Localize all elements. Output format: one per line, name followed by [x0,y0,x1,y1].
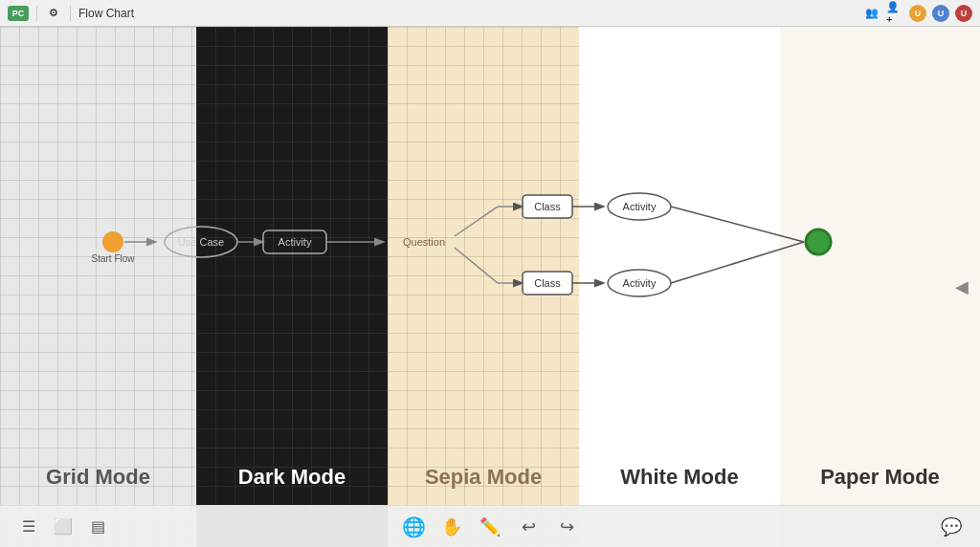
chat-icon[interactable]: 💬 [938,514,965,540]
settings-icon[interactable]: ⚙ [45,5,62,22]
globe-icon[interactable]: 🌐 [400,514,427,540]
toolbar-divider [36,6,37,21]
main-toolbar: PC ⚙ Flow Chart 👥 👤+ U U U [0,0,980,27]
share-icon[interactable]: 👥 [863,5,880,22]
bottom-right-tools: 💬 [938,514,965,540]
dark-mode-label: Dark Mode [238,465,345,490]
hand-icon[interactable]: ✋ [438,514,465,540]
white-mode-label: White Mode [620,465,738,490]
add-user-icon[interactable]: 👤+ [886,5,903,22]
white-mode-section: White Mode [579,27,780,547]
pencil-icon[interactable]: ✏️ [477,514,503,540]
image-icon[interactable]: ⬜ [50,514,77,540]
sepia-mode-label: Sepia Mode [425,465,542,490]
paper-mode-section: Paper Mode [780,27,980,547]
avatar-2[interactable]: U [932,5,949,22]
bottom-toolbar: ☰ ⬜ ▤ 🌐 ✋ ✏️ ↩ ↪ 💬 [0,505,980,547]
grid-mode-section: Grid Mode [0,27,196,547]
list-icon[interactable]: ☰ [15,514,42,540]
main-canvas: Grid Mode Dark Mode Sepia Mode White Mod… [0,27,980,547]
avatar-1[interactable]: U [909,5,926,22]
undo-icon[interactable]: ↩ [515,514,542,540]
right-panel-toggle[interactable]: ◀ [955,276,969,297]
toolbar-divider2 [70,6,71,21]
app-logo[interactable]: PC [8,6,29,21]
avatar-3[interactable]: U [955,5,972,22]
paper-mode-label: Paper Mode [820,465,940,490]
bottom-center-tools: 🌐 ✋ ✏️ ↩ ↪ [400,514,580,540]
board-title: Flow Chart [78,7,858,20]
grid-mode-label: Grid Mode [46,465,150,490]
bottom-left-tools: ☰ ⬜ ▤ [0,514,191,540]
sepia-mode-section: Sepia Mode [388,27,579,547]
text-icon[interactable]: ▤ [84,514,111,540]
redo-icon[interactable]: ↪ [553,514,580,540]
dark-mode-section: Dark Mode [196,27,388,547]
